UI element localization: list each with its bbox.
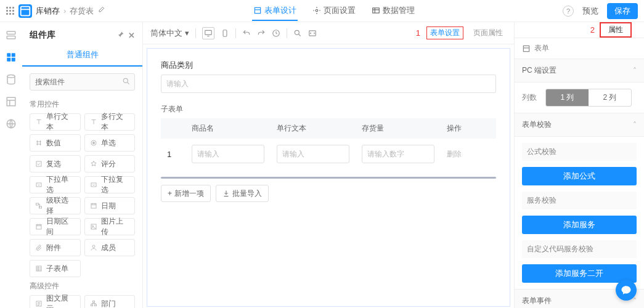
breadcrumb-root[interactable]: 库销存	[36, 6, 60, 17]
pin-icon[interactable]	[117, 31, 124, 40]
add-row-button[interactable]: + 新增一项	[161, 185, 211, 202]
page-props-tab[interactable]: 页面属性	[470, 26, 507, 39]
svg-point-36	[295, 30, 299, 34]
form-settings-tab[interactable]: 表单设置	[426, 26, 463, 39]
field-label: 商品类别	[161, 60, 496, 71]
svg-rect-6	[7, 53, 10, 57]
edit-icon[interactable]	[97, 6, 105, 15]
cell-input[interactable]: 请输入	[192, 145, 264, 163]
widget-label: 评分	[101, 159, 116, 169]
widget-部门[interactable]: 部门	[84, 295, 136, 308]
layout-icon[interactable]	[6, 96, 17, 107]
dept-icon	[90, 300, 97, 307]
language-select[interactable]: 简体中文 ▾	[150, 28, 189, 39]
section-pc[interactable]: PC 端设置˄	[515, 59, 644, 83]
widget-图文展示[interactable]: 图文展示	[30, 295, 81, 308]
widget-label: 数值	[46, 138, 61, 148]
col-stock: 存货量	[356, 118, 441, 139]
widget-图片上传[interactable]: 图片上传	[84, 218, 136, 235]
search-icon[interactable]	[122, 77, 131, 87]
widget-下拉复选[interactable]: 下拉复选	[84, 176, 136, 193]
widget-级联选择[interactable]: 级联选择	[30, 197, 81, 214]
widget-日期[interactable]: 日期	[84, 197, 136, 214]
svg-rect-19	[36, 203, 39, 205]
widget-子表单[interactable]: 子表单	[30, 260, 81, 277]
tab-form-design[interactable]: 表单设计	[252, 1, 298, 21]
widget-数值[interactable]: 数值	[30, 134, 81, 152]
help-icon[interactable]: ?	[563, 6, 574, 17]
search-input[interactable]	[30, 73, 135, 91]
cell-input[interactable]: 请输入	[277, 145, 349, 163]
properties-panel: 2 属性 表单 PC 端设置˄ 列数 1 列 2 列 表单校验˄ 公式校验 添加…	[514, 22, 644, 308]
chevron-up-icon: ˄	[633, 297, 637, 306]
table-header: 商品名 单行文本 存货量 操作	[161, 118, 496, 139]
widget-单行文本[interactable]: 单行文本	[30, 113, 81, 131]
breadcrumb: 库销存 › 存货表	[6, 4, 105, 18]
col-1[interactable]: 1 列	[546, 89, 589, 106]
undo-icon[interactable]	[242, 29, 251, 38]
widget-单选[interactable]: 单选	[84, 134, 136, 152]
subform-label: 子表单	[161, 104, 496, 115]
chat-fab[interactable]	[616, 280, 637, 301]
add-formula-button[interactable]: 添加公式	[522, 167, 637, 185]
add-service2-button[interactable]: 添加服务二开	[522, 264, 637, 283]
history-icon[interactable]	[272, 29, 280, 38]
library-tab-normal[interactable]: 普通组件	[22, 44, 142, 67]
widget-评分[interactable]: 评分	[84, 155, 136, 172]
form-canvas[interactable]: 商品类别 请输入 子表单 商品名 单行文本 存货量 操作 1 请输入 请输入 请…	[147, 48, 510, 307]
tab-label: 数据管理	[383, 5, 415, 16]
zoom-icon[interactable]	[293, 29, 302, 38]
date-icon	[90, 202, 97, 209]
database-icon[interactable]	[6, 74, 17, 85]
subform-divider	[161, 177, 496, 179]
star-icon	[90, 160, 97, 168]
widget-label: 成员	[101, 243, 116, 253]
tab-label: 页面设置	[324, 5, 356, 16]
svg-rect-33	[205, 30, 212, 34]
delete-row[interactable]: 删除	[447, 150, 462, 158]
service-validate-label: 服务校验	[522, 192, 637, 209]
save-button[interactable]: 保存	[607, 3, 638, 19]
user-icon	[90, 244, 97, 251]
language-label: 简体中文	[150, 28, 182, 39]
library-section-title: 常用控件	[22, 97, 142, 110]
marker-1: 1	[416, 28, 420, 38]
preview-button[interactable]: 预览	[582, 6, 598, 17]
code-icon[interactable]	[308, 29, 317, 38]
col-2[interactable]: 2 列	[589, 89, 631, 106]
sel-icon	[90, 181, 97, 188]
mobile-icon[interactable]	[221, 29, 229, 38]
tab-data-manage[interactable]: 数据管理	[370, 1, 416, 21]
widget-多行文本[interactable]: 多行文本	[84, 113, 136, 131]
globe-icon[interactable]	[6, 118, 17, 129]
casc-icon	[35, 202, 43, 209]
add-service-button[interactable]: 添加服务	[522, 216, 637, 234]
library-title: 组件库	[30, 30, 55, 41]
server-icon[interactable]	[6, 30, 17, 41]
tab-page-settings[interactable]: 页面设置	[311, 1, 357, 21]
svg-rect-9	[12, 58, 15, 62]
rich-icon	[35, 300, 43, 307]
app-badge-icon[interactable]	[18, 4, 32, 18]
bulk-import-button[interactable]: 批量导入	[216, 185, 269, 202]
cell-input[interactable]: 请输入数字	[362, 145, 434, 163]
widget-下拉单选[interactable]: 下拉单选	[30, 176, 81, 193]
section-validate[interactable]: 表单校验˄	[515, 113, 644, 137]
widget-日期区间[interactable]: 日期区间	[30, 218, 81, 235]
widget-成员[interactable]: 成员	[84, 239, 136, 256]
grid-icon[interactable]	[6, 52, 17, 63]
redo-icon[interactable]	[257, 29, 266, 38]
field-input[interactable]: 请输入	[161, 75, 496, 93]
canvas-toolbar: 简体中文 ▾ 1 表单设置 页面属性	[143, 22, 514, 44]
form-row[interactable]: 表单	[515, 38, 644, 59]
text-icon	[90, 118, 97, 126]
props-tab[interactable]: 属性	[600, 22, 632, 38]
close-icon[interactable]: ✕	[128, 31, 135, 40]
apps-icon[interactable]	[6, 7, 15, 15]
widget-复选[interactable]: 复选	[30, 155, 81, 172]
widget-label: 单行文本	[46, 111, 75, 132]
widget-附件[interactable]: 附件	[30, 239, 81, 256]
svg-rect-0	[21, 6, 30, 15]
desktop-icon[interactable]	[202, 27, 214, 39]
widget-label: 复选	[46, 159, 61, 169]
